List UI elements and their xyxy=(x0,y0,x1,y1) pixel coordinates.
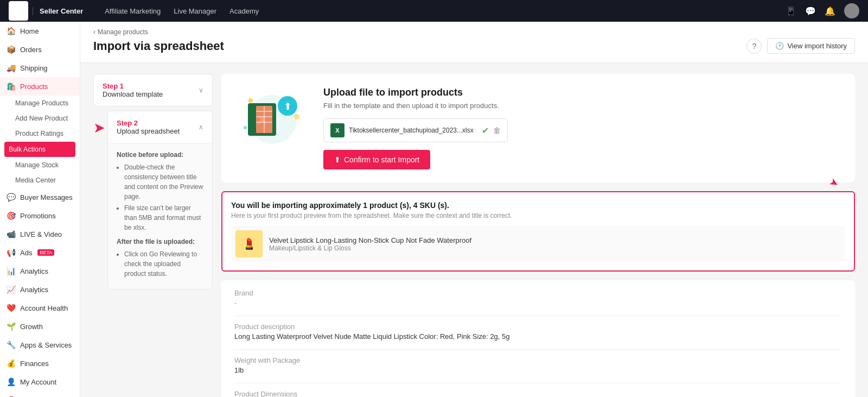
confirm-import-button[interactable]: ⬆ Confirm to start Import xyxy=(323,150,430,169)
upload-panel: X ⬆ xyxy=(221,74,855,397)
sidebar-label-products: Products xyxy=(20,83,48,91)
sidebar-item-help[interactable]: ❓ Help xyxy=(0,391,80,397)
sidebar-item-account-health[interactable]: ❤️ Account Health xyxy=(0,299,80,317)
sidebar-label-manage-products: Manage Products xyxy=(15,99,68,107)
dimensions-row: Product Dimensions 15inch * 10inch * 5in… xyxy=(234,390,842,397)
user-avatar[interactable] xyxy=(844,3,859,18)
sidebar-label-analytics2: Analytics xyxy=(20,286,48,294)
sidebar-item-product-ratings[interactable]: Product Ratings xyxy=(0,126,80,141)
sidebar-item-products[interactable]: 🛍️ Products xyxy=(0,77,80,96)
file-check-icon: ✔ xyxy=(482,125,489,136)
history-icon: 🕐 xyxy=(775,42,784,50)
sidebar-item-shipping[interactable]: 🚚 Shipping xyxy=(0,59,80,77)
beta-badge: BETA xyxy=(37,249,54,256)
svg-text:⬆: ⬆ xyxy=(284,101,292,112)
import-hint-text: Here is your first product preview from … xyxy=(231,212,845,219)
product-info: Velvet Lipstick Long-Lasting Non-Stick C… xyxy=(269,236,471,252)
sidebar-item-manage-products[interactable]: Manage Products xyxy=(0,96,80,111)
nav-academy[interactable]: Academy xyxy=(229,7,259,15)
nav-live-manager[interactable]: Live Manager xyxy=(174,7,216,15)
product-preview-row: 💄 Velvet Lipstick Long-Lasting Non-Stick… xyxy=(231,226,845,262)
step2-card: Step 2 Upload spreadsheet ∧ Notice befor… xyxy=(107,111,213,289)
notice-item-2: File size can't be larger than 5MB and f… xyxy=(124,203,203,232)
description-row: Product description Long Lasting Waterpr… xyxy=(234,323,842,341)
brand-value: - xyxy=(234,299,842,307)
sidebar-item-growth[interactable]: 🌱 Growth xyxy=(0,317,80,336)
sidebar-item-my-account[interactable]: 👤 My Account xyxy=(0,373,80,391)
notice-title: Notice before upload: xyxy=(117,150,203,160)
after-title: After the file is uploaded: xyxy=(117,237,203,247)
sidebar-label-live: LIVE & Video xyxy=(20,230,62,238)
tiktok-logo xyxy=(9,1,28,21)
file-delete-icon[interactable]: 🗑 xyxy=(493,126,501,135)
sidebar-label-apps: Apps & Services xyxy=(20,341,72,349)
live-icon: 📹 xyxy=(7,230,16,238)
sidebar-item-promotions[interactable]: 🎯 Promotions xyxy=(0,206,80,225)
breadcrumb-parent[interactable]: Manage products xyxy=(98,28,148,36)
sidebar-label-growth: Growth xyxy=(20,323,43,331)
step1-chevron: ∨ xyxy=(199,86,203,94)
sidebar-item-live-video[interactable]: 📹 LIVE & Video xyxy=(0,225,80,243)
step2-chevron: ∧ xyxy=(199,123,203,131)
file-name: Tiktoksellercenter_batchupload_2023...xl… xyxy=(349,127,477,134)
sidebar: 🏠 Home 📦 Orders 🚚 Shipping 🛍️ Products M… xyxy=(0,22,80,397)
sidebar-label-shipping: Shipping xyxy=(20,64,48,72)
step2-body: Notice before upload: Double-check the c… xyxy=(108,143,212,289)
account-icon: 👤 xyxy=(7,377,16,386)
file-row: X Tiktoksellercenter_batchupload_2023...… xyxy=(323,118,508,142)
sidebar-item-analytics1[interactable]: 📊 Analytics xyxy=(0,262,80,280)
sidebar-item-orders[interactable]: 📦 Orders xyxy=(0,40,80,59)
help-info-button[interactable]: ? xyxy=(746,39,762,54)
top-navigation: Seller Center Affiliate Marketing Live M… xyxy=(0,0,868,22)
breadcrumb-arrow: ‹ xyxy=(93,28,95,36)
sidebar-item-ads[interactable]: 📢 Ads BETA xyxy=(0,243,80,262)
import-count-text: You will be importing approximately 1 pr… xyxy=(231,201,845,210)
sidebar-item-finances[interactable]: 💰 Finances xyxy=(0,354,80,373)
sidebar-label-home: Home xyxy=(20,27,39,35)
svg-point-12 xyxy=(244,126,247,129)
view-history-button[interactable]: 🕐 View import history xyxy=(767,38,855,54)
brand-label: Brand xyxy=(234,289,842,297)
chat-icon[interactable]: 💬 xyxy=(805,6,816,16)
header-actions: ? 🕐 View import history xyxy=(746,38,855,54)
sidebar-item-buyer-messages[interactable]: 💬 Buyer Messages xyxy=(0,188,80,206)
sidebar-label-add-product: Add New Product xyxy=(15,115,68,122)
after-list: Click on Go Reviewing to check the uploa… xyxy=(117,249,203,279)
product-details-section: Brand - Product description Long Lasting… xyxy=(221,280,855,397)
analytics2-icon: 📈 xyxy=(7,285,16,294)
bell-icon[interactable]: 🔔 xyxy=(825,6,835,16)
sidebar-item-analytics2[interactable]: 📈 Analytics xyxy=(0,280,80,299)
shipping-icon: 🚚 xyxy=(7,64,16,72)
sidebar-item-manage-stock[interactable]: Manage Stock xyxy=(0,157,80,173)
sidebar-item-bulk-actions[interactable]: Bulk Actions xyxy=(4,142,75,157)
page-title-row: Import via spreadsheet ? 🕐 View import h… xyxy=(93,38,855,54)
product-name: Velvet Lipstick Long-Lasting Non-Stick C… xyxy=(269,236,471,244)
sidebar-item-media-center[interactable]: Media Center xyxy=(0,173,80,188)
step2-title: Upload spreadsheet xyxy=(117,127,180,135)
notice-list: Double-check the consistency between tit… xyxy=(117,162,203,232)
step2-header[interactable]: Step 2 Upload spreadsheet ∧ xyxy=(108,111,212,143)
page-title: Import via spreadsheet xyxy=(93,39,224,53)
messages-icon: 💬 xyxy=(7,193,16,201)
sidebar-item-add-product[interactable]: Add New Product xyxy=(0,111,80,126)
description-label: Product description xyxy=(234,323,842,331)
logo-area[interactable]: Seller Center xyxy=(9,1,83,21)
sidebar-label-buyer-messages: Buyer Messages xyxy=(20,193,73,201)
sidebar-item-apps-services[interactable]: 🔧 Apps & Services xyxy=(0,336,80,354)
step1-header[interactable]: Step 1 Download template ∨ xyxy=(94,74,212,106)
upload-icon: ⬆ xyxy=(334,155,341,164)
import-preview: You will be importing approximately 1 pr… xyxy=(221,191,855,272)
sidebar-label-analytics1: Analytics xyxy=(20,267,48,275)
step2-wrapper: ➤ Step 2 Upload spreadsheet ∧ Notice bef… xyxy=(93,111,213,289)
home-icon: 🏠 xyxy=(7,27,16,35)
sidebar-item-home[interactable]: 🏠 Home xyxy=(0,22,80,40)
orders-icon: 📦 xyxy=(7,45,16,54)
nav-affiliate[interactable]: Affiliate Marketing xyxy=(105,7,161,15)
dimensions-label: Product Dimensions xyxy=(234,390,842,397)
sidebar-label-account: My Account xyxy=(20,378,56,386)
main-content: ‹ Manage products Import via spreadsheet… xyxy=(80,22,868,397)
page-body: Step 1 Download template ∨ ➤ Step xyxy=(80,63,868,397)
device-icon[interactable]: 📱 xyxy=(786,6,796,16)
ads-icon: 📢 xyxy=(7,248,16,257)
steps-panel: Step 1 Download template ∨ ➤ Step xyxy=(93,74,213,397)
